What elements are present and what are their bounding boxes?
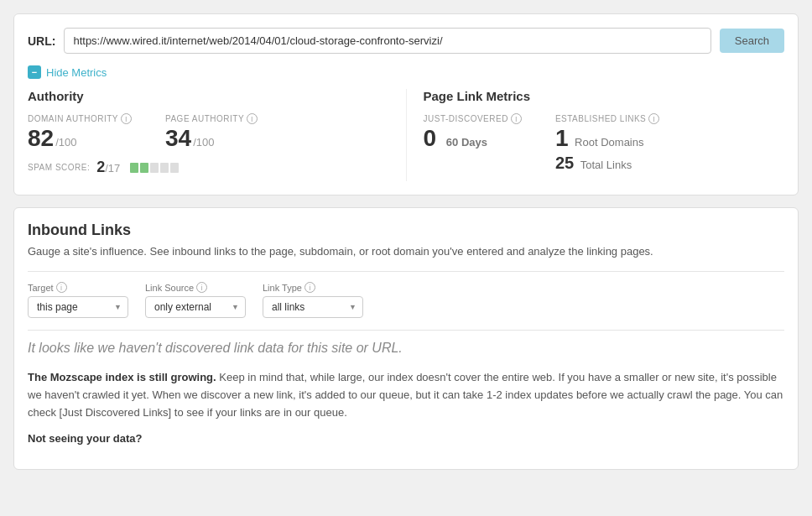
total-links-value: 25	[555, 154, 574, 172]
no-data-message: It looks like we haven't discovered link…	[28, 341, 784, 356]
total-links-suffix: Total Links	[580, 159, 632, 171]
established-links-info-icon[interactable]: i	[648, 113, 659, 124]
spam-bar-seg-5	[170, 163, 179, 173]
hide-metrics-toggle[interactable]: − Hide Metrics	[28, 65, 784, 79]
domain-authority-item: DOMAIN AUTHORITY i 82/100	[28, 113, 132, 150]
root-domains-suffix: Root Domains	[575, 136, 643, 149]
link-source-info-icon[interactable]: i	[196, 282, 207, 293]
established-links-label: ESTABLISHED LINKS i	[555, 113, 659, 124]
url-card: URL: Search − Hide Metrics Authority DOM…	[13, 13, 799, 195]
url-label: URL:	[28, 34, 55, 48]
link-type-select-wrapper: all links followed nofollowed	[263, 296, 363, 318]
spam-score-row: SPAM SCORE: 2/17	[28, 159, 389, 176]
just-discovered-item: JUST-DISCOVERED i 0 60 Days	[424, 113, 522, 173]
target-filter-label: Target i	[28, 282, 128, 293]
root-domains-value: 1	[555, 125, 569, 151]
page-authority-info-icon[interactable]: i	[247, 113, 258, 124]
inbound-links-subtitle: Gauge a site's influence. See inbound li…	[28, 244, 784, 259]
info-box: The Mozscape index is still growing. Kee…	[28, 369, 784, 447]
inbound-links-card: Inbound Links Gauge a site's influence. …	[13, 207, 799, 470]
link-source-select-wrapper: only external all only internal	[145, 296, 246, 318]
just-discovered-label: JUST-DISCOVERED i	[424, 113, 522, 124]
not-seeing-label: Not seeing your data?	[28, 430, 784, 448]
search-button[interactable]: Search	[720, 29, 784, 53]
page-link-metrics-title: Page Link Metrics	[424, 89, 785, 103]
spam-score-value: 2/17	[96, 159, 120, 176]
url-row: URL: Search	[28, 28, 784, 54]
info-paragraph: The Mozscape index is still growing. Kee…	[28, 369, 784, 421]
link-type-info-icon[interactable]: i	[304, 282, 315, 293]
divider-1	[28, 271, 784, 272]
filters-row: Target i this page subdomain root domain…	[28, 282, 784, 318]
target-select[interactable]: this page subdomain root domain	[28, 296, 128, 318]
spam-bar-seg-2	[140, 163, 148, 173]
link-source-filter: Link Source i only external all only int…	[145, 282, 246, 318]
spam-bar-seg-3	[150, 163, 159, 173]
divider-2	[28, 330, 784, 331]
url-input[interactable]	[64, 28, 710, 54]
authority-metrics-row: DOMAIN AUTHORITY i 82/100 PAGE AUTHORITY…	[28, 113, 389, 150]
domain-authority-label: DOMAIN AUTHORITY i	[28, 113, 132, 124]
link-source-filter-label: Link Source i	[145, 282, 246, 293]
link-type-select[interactable]: all links followed nofollowed	[263, 296, 363, 318]
page-authority-item: PAGE AUTHORITY i 34/100	[165, 113, 258, 150]
metrics-container: Authority DOMAIN AUTHORITY i 82/100 PAGE…	[28, 89, 784, 181]
page-link-metrics-row: JUST-DISCOVERED i 0 60 Days ESTABLISHED …	[424, 113, 785, 173]
link-type-filter: Link Type i all links followed nofollowe…	[263, 282, 363, 318]
page-link-metrics-section: Page Link Metrics JUST-DISCOVERED i 0 60…	[424, 89, 785, 181]
spam-bar-seg-4	[160, 163, 169, 173]
not-seeing-bold: Not seeing your data?	[28, 432, 143, 445]
just-discovered-info-icon[interactable]: i	[511, 113, 522, 124]
established-links-total: 25 Total Links	[555, 154, 659, 173]
established-links-root: 1 Root Domains	[555, 127, 659, 150]
inbound-links-title: Inbound Links	[28, 222, 784, 239]
page-authority-value: 34/100	[165, 127, 258, 150]
hide-metrics-icon: −	[28, 65, 41, 79]
authority-section: Authority DOMAIN AUTHORITY i 82/100 PAGE…	[28, 89, 407, 181]
target-filter: Target i this page subdomain root domain	[28, 282, 128, 318]
target-info-icon[interactable]: i	[56, 282, 67, 293]
spam-score-label: SPAM SCORE:	[28, 163, 90, 172]
info-paragraph-bold: The Mozscape index is still growing.	[28, 371, 216, 383]
page-authority-label: PAGE AUTHORITY i	[165, 113, 258, 124]
spam-bar-seg-1	[130, 163, 138, 173]
hide-metrics-label: Hide Metrics	[46, 66, 107, 79]
authority-title: Authority	[28, 89, 389, 103]
domain-authority-value: 82/100	[28, 127, 132, 150]
established-links-item: ESTABLISHED LINKS i 1 Root Domains 25 To…	[555, 113, 659, 173]
spam-bar	[130, 163, 179, 173]
just-discovered-value: 0 60 Days	[424, 127, 522, 150]
target-select-wrapper: this page subdomain root domain	[28, 296, 128, 318]
link-source-select[interactable]: only external all only internal	[145, 296, 246, 318]
link-type-filter-label: Link Type i	[263, 282, 363, 293]
domain-authority-info-icon[interactable]: i	[121, 113, 132, 124]
